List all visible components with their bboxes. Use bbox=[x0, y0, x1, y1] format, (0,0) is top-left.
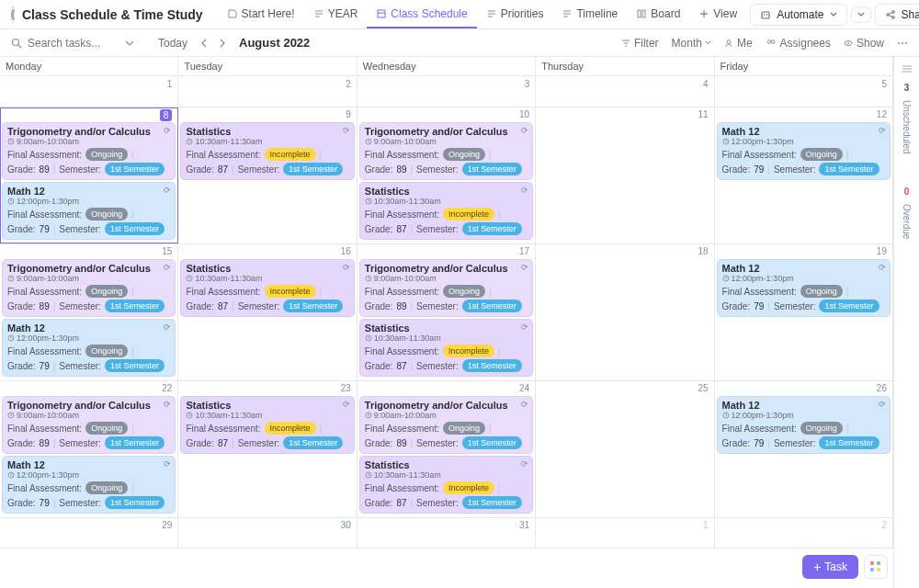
event-card[interactable]: ⟳Math 1212:00pm-1:30pmFinal Assessment:O… bbox=[717, 122, 891, 180]
day-cell[interactable]: 12⟳Math 1212:00pm-1:30pmFinal Assessment… bbox=[715, 107, 893, 243]
prev-month-button[interactable] bbox=[197, 37, 211, 50]
today-button[interactable]: Today bbox=[158, 37, 187, 50]
recurring-icon: ⟳ bbox=[521, 186, 528, 195]
unscheduled-label[interactable]: Unscheduled bbox=[902, 100, 912, 153]
day-cell[interactable]: 9⟳Statistics10:30am-11:30amFinal Assessm… bbox=[178, 107, 357, 243]
day-cell[interactable]: 29 bbox=[0, 518, 178, 548]
search-input[interactable] bbox=[28, 37, 119, 50]
more-menu[interactable] bbox=[897, 38, 908, 49]
grade-value: 79 bbox=[754, 438, 764, 448]
day-cell[interactable]: 17⟳Trigonometry and/or Calculus9:00am-10… bbox=[357, 244, 536, 380]
list-toggle-icon[interactable] bbox=[901, 62, 913, 75]
day-cell[interactable]: 30 bbox=[178, 518, 357, 548]
tab-year[interactable]: YEAR bbox=[304, 1, 368, 28]
day-cell[interactable]: 3 bbox=[357, 77, 536, 107]
day-cell[interactable]: 4 bbox=[536, 77, 714, 107]
tab-timeline[interactable]: Timeline bbox=[552, 1, 627, 28]
show-button[interactable]: Show bbox=[844, 37, 884, 50]
tab-priorities[interactable]: Priorities bbox=[477, 1, 553, 28]
automate-dropdown-button[interactable] bbox=[851, 6, 871, 23]
day-cell[interactable]: 25 bbox=[536, 381, 714, 517]
grade-value: 89 bbox=[396, 438, 406, 448]
semester-label: Semester: bbox=[59, 301, 101, 311]
event-card[interactable]: ⟳Math 1212:00pm-1:30pmFinal Assessment:O… bbox=[717, 259, 891, 317]
event-card[interactable]: ⟳Statistics10:30am-11:30amFinal Assessme… bbox=[359, 319, 533, 377]
event-card[interactable]: ⟳Trigonometry and/or Calculus9:00am-10:0… bbox=[359, 259, 533, 317]
day-cell[interactable]: 10⟳Trigonometry and/or Calculus9:00am-10… bbox=[357, 107, 536, 243]
event-card[interactable]: ⟳Trigonometry and/or Calculus9:00am-10:0… bbox=[359, 396, 533, 454]
svg-rect-0 bbox=[378, 10, 385, 17]
tab-start-here-[interactable]: Start Here! bbox=[218, 1, 304, 28]
filter-bar: Today August 2022 Filter Month Me Assign… bbox=[0, 29, 919, 57]
day-cell[interactable]: 16⟳Statistics10:30am-11:30amFinal Assess… bbox=[178, 244, 357, 380]
day-cell[interactable]: 26⟳Math 1212:00pm-1:30pmFinal Assessment… bbox=[715, 381, 893, 517]
event-card[interactable]: ⟳Statistics10:30am-11:30amFinal Assessme… bbox=[359, 182, 533, 240]
share-button[interactable]: Share bbox=[875, 4, 920, 26]
event-card[interactable]: ⟳Math 1212:00pm-1:30pmFinal Assessment:O… bbox=[2, 319, 176, 377]
overdue-label[interactable]: Overdue bbox=[902, 204, 912, 239]
event-card[interactable]: ⟳Statistics10:30am-11:30amFinal Assessme… bbox=[359, 456, 533, 514]
day-cell[interactable]: 31 bbox=[357, 518, 536, 548]
grade-value: 87 bbox=[396, 224, 406, 234]
day-cell[interactable]: 15⟳Trigonometry and/or Calculus9:00am-10… bbox=[0, 244, 178, 380]
view-mode-dropdown[interactable]: Month bbox=[672, 37, 711, 50]
semester-label: Semester: bbox=[238, 164, 280, 175]
automate-button[interactable]: Automate bbox=[750, 4, 846, 26]
event-card[interactable]: ⟳Trigonometry and/or Calculus9:00am-10:0… bbox=[2, 259, 176, 317]
assignees-filter[interactable]: Assignees bbox=[766, 37, 831, 50]
event-title: Statistics bbox=[365, 459, 528, 470]
day-cell[interactable]: 5 bbox=[715, 77, 893, 107]
tab-label: Timeline bbox=[576, 7, 618, 20]
day-cell[interactable]: 2 bbox=[178, 77, 357, 107]
me-filter[interactable]: Me bbox=[724, 37, 753, 50]
day-cell[interactable]: 22⟳Trigonometry and/or Calculus9:00am-10… bbox=[0, 381, 178, 517]
event-card[interactable]: ⟳Statistics10:30am-11:30amFinal Assessme… bbox=[180, 122, 354, 180]
semester-badge: 1st Semester bbox=[283, 436, 343, 449]
event-card[interactable]: ⟳Trigonometry and/or Calculus9:00am-10:0… bbox=[359, 122, 533, 180]
day-cell[interactable]: 11 bbox=[536, 107, 714, 243]
grade-value: 89 bbox=[40, 301, 50, 311]
semester-label: Semester: bbox=[238, 438, 280, 448]
semester-label: Semester: bbox=[416, 361, 459, 371]
day-number: 29 bbox=[162, 520, 172, 530]
topbar: Class Schedule & Time Study Start Here!Y… bbox=[0, 0, 919, 29]
tab-class-schedule[interactable]: Class Schedule bbox=[367, 1, 476, 28]
apps-button[interactable] bbox=[864, 555, 888, 579]
event-card[interactable]: ⟳Statistics10:30am-11:30amFinal Assessme… bbox=[180, 259, 354, 317]
day-cell[interactable]: 19⟳Math 1212:00pm-1:30pmFinal Assessment… bbox=[715, 244, 893, 380]
filter-button[interactable]: Filter bbox=[621, 37, 659, 50]
recurring-icon: ⟳ bbox=[521, 263, 528, 272]
grade-value: 89 bbox=[40, 164, 50, 175]
day-cell[interactable]: 24⟳Trigonometry and/or Calculus9:00am-10… bbox=[357, 381, 536, 517]
day-cell[interactable]: 1 bbox=[0, 77, 178, 107]
semester-label: Semester: bbox=[59, 164, 101, 175]
event-card[interactable]: ⟳Math 1212:00pm-1:30pmFinal Assessment:O… bbox=[2, 182, 176, 240]
weekday-header: Friday bbox=[715, 57, 893, 75]
tab-view[interactable]: View bbox=[689, 1, 746, 28]
event-card[interactable]: ⟳Math 1212:00pm-1:30pmFinal Assessment:O… bbox=[717, 396, 891, 454]
event-card[interactable]: ⟳Trigonometry and/or Calculus9:00am-10:0… bbox=[2, 122, 176, 180]
chevron-down-icon[interactable] bbox=[125, 39, 134, 48]
tab-label: Priorities bbox=[501, 7, 544, 20]
svg-point-4 bbox=[764, 14, 766, 16]
new-task-button[interactable]: + Task bbox=[802, 555, 858, 579]
svg-rect-2 bbox=[642, 10, 645, 17]
day-cell[interactable]: 18 bbox=[536, 244, 714, 380]
next-month-button[interactable] bbox=[215, 37, 230, 50]
event-time: 9:00am-10:00am bbox=[7, 411, 170, 420]
semester-label: Semester: bbox=[774, 164, 816, 175]
day-number: 2 bbox=[346, 79, 351, 89]
day-cell[interactable]: 23⟳Statistics10:30am-11:30amFinal Assess… bbox=[178, 381, 357, 517]
event-card[interactable]: ⟳Statistics10:30am-11:30amFinal Assessme… bbox=[180, 396, 354, 454]
tab-board[interactable]: Board bbox=[627, 1, 689, 28]
day-cell[interactable]: 2 bbox=[715, 518, 893, 548]
day-cell[interactable]: 1 bbox=[536, 518, 714, 548]
day-cell[interactable]: 8⟳Trigonometry and/or Calculus9:00am-10:… bbox=[0, 107, 178, 243]
semester-badge: 1st Semester bbox=[105, 222, 165, 235]
event-card[interactable]: ⟳Trigonometry and/or Calculus9:00am-10:0… bbox=[2, 396, 176, 454]
event-card[interactable]: ⟳Math 1212:00pm-1:30pmFinal Assessment:O… bbox=[2, 456, 176, 514]
day-number: 17 bbox=[519, 246, 529, 256]
assessment-label: Final Assessment: bbox=[7, 209, 82, 220]
grade-label: Grade: bbox=[722, 301, 751, 311]
recurring-icon: ⟳ bbox=[164, 263, 171, 272]
